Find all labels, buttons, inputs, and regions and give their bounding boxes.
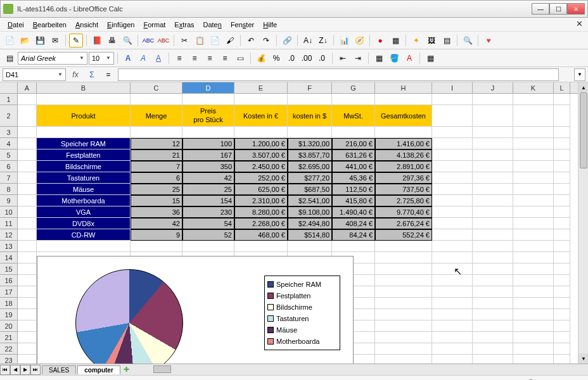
row-header[interactable]: 1 bbox=[0, 94, 18, 105]
menu-hilfe[interactable]: Hilfe bbox=[259, 19, 281, 30]
col-header-l[interactable]: L bbox=[554, 82, 570, 93]
sheet-tab-sales[interactable]: SALES bbox=[42, 365, 76, 374]
minimize-button[interactable]: ― bbox=[532, 3, 549, 15]
row-header[interactable]: 16 bbox=[0, 275, 18, 286]
sheet-tab-computer[interactable]: computer bbox=[77, 365, 120, 374]
cell-grid[interactable]: 1 2 Produkt Menge Preispro Stück Kosten … bbox=[0, 94, 588, 364]
col-header-j[interactable]: J bbox=[473, 82, 513, 93]
cell-product[interactable]: Bildschirme bbox=[37, 161, 131, 172]
cell-mwst[interactable]: 84,24 € bbox=[332, 229, 375, 241]
cell-menge[interactable]: 15 bbox=[131, 195, 182, 206]
row-header[interactable]: 17 bbox=[0, 286, 18, 298]
formula-expand-icon[interactable]: ▼ bbox=[574, 68, 585, 81]
cell-product[interactable]: VGA bbox=[37, 206, 131, 218]
col-header-a[interactable]: A bbox=[18, 82, 37, 93]
header-preis[interactable]: Preispro Stück bbox=[182, 105, 234, 127]
cell-kosten-d[interactable]: $2.494,80 bbox=[288, 218, 332, 229]
cell-menge[interactable]: 25 bbox=[131, 184, 182, 195]
cell-gesamt[interactable]: 2.676,24 € bbox=[375, 218, 432, 229]
align-center-icon[interactable]: ≡ bbox=[188, 51, 201, 65]
chart-icon[interactable]: 📊 bbox=[337, 34, 351, 48]
align-right-icon[interactable]: ≡ bbox=[203, 51, 217, 65]
row-header[interactable]: 7 bbox=[0, 172, 18, 184]
align-justify-icon[interactable]: ≡ bbox=[218, 51, 232, 65]
pdf-icon[interactable]: 📕 bbox=[90, 34, 104, 48]
row-header[interactable]: 9 bbox=[0, 195, 18, 206]
cell-kosten-e[interactable]: 468,00 € bbox=[234, 229, 288, 241]
hscroll-thumb[interactable] bbox=[153, 365, 171, 373]
add-sheet-icon[interactable]: ✚ bbox=[122, 365, 132, 375]
menu-datei[interactable]: Datei bbox=[4, 19, 28, 30]
row-header[interactable]: 10 bbox=[0, 206, 18, 218]
cell-gesamt[interactable]: 9.770,40 € bbox=[375, 206, 432, 218]
cell-kosten-d[interactable]: $3.857,70 bbox=[288, 149, 332, 161]
header-produkt[interactable]: Produkt bbox=[37, 105, 131, 127]
col-header-i[interactable]: I bbox=[432, 82, 473, 93]
cell-menge[interactable]: 36 bbox=[131, 206, 182, 218]
cell-gesamt[interactable]: 2.725,80 € bbox=[375, 195, 432, 206]
cell-gesamt[interactable]: 552,24 € bbox=[375, 229, 432, 241]
copy-icon[interactable]: 📋 bbox=[193, 34, 207, 48]
pie-chart[interactable]: Speicher RAMFestplattenBildschirmeTastat… bbox=[37, 256, 354, 364]
row-header[interactable]: 20 bbox=[0, 320, 18, 332]
borders-icon[interactable]: ▦ bbox=[372, 51, 386, 65]
cell-mwst[interactable]: 45,36 € bbox=[332, 172, 375, 184]
cell-kosten-d[interactable]: $2.695,00 bbox=[288, 161, 332, 172]
preview-icon[interactable]: 🔍 bbox=[120, 34, 134, 48]
autospell-icon[interactable]: ABC bbox=[157, 34, 170, 48]
underline-icon[interactable]: A bbox=[151, 51, 165, 65]
sum-icon[interactable]: Σ bbox=[85, 68, 99, 82]
close-button[interactable]: ✕ bbox=[567, 3, 585, 15]
new-doc-icon[interactable]: 📄 bbox=[3, 34, 16, 48]
cell-kosten-d[interactable]: $2.541,00 bbox=[288, 195, 332, 206]
datasrc-icon[interactable]: ▤ bbox=[440, 34, 454, 48]
row-header[interactable]: 23 bbox=[0, 355, 18, 364]
sort-asc-icon[interactable]: A↓ bbox=[301, 34, 315, 48]
col-header-d[interactable]: D bbox=[182, 82, 234, 93]
cell-gesamt[interactable]: 1.416,00 € bbox=[375, 138, 432, 149]
nav-icon[interactable]: 🧭 bbox=[352, 34, 366, 48]
cell-preis[interactable]: 42 bbox=[182, 172, 234, 184]
cell-kosten-d[interactable]: $1.320,00 bbox=[288, 138, 332, 149]
cell-product[interactable]: Speicher RAM bbox=[37, 138, 131, 149]
tab-last-icon[interactable]: ⏭ bbox=[30, 365, 41, 375]
cell-kosten-e[interactable]: 8.280,00 € bbox=[234, 206, 288, 218]
col-header-b[interactable]: B bbox=[37, 82, 131, 93]
menu-ansicht[interactable]: Ansicht bbox=[72, 19, 102, 30]
cell-mwst[interactable]: 631,26 € bbox=[332, 149, 375, 161]
bgcolor-icon[interactable]: 🪣 bbox=[387, 51, 401, 65]
cell-kosten-e[interactable]: 2.268,00 € bbox=[234, 218, 288, 229]
format-paint-icon[interactable]: 🖌 bbox=[223, 34, 237, 48]
email-icon[interactable]: ✉ bbox=[48, 34, 62, 48]
cell-kosten-e[interactable]: 2.450,00 € bbox=[234, 161, 288, 172]
cell-mwst[interactable]: 415,80 € bbox=[332, 195, 375, 206]
cell-kosten-e[interactable]: 252,00 € bbox=[234, 172, 288, 184]
cell-menge[interactable]: 7 bbox=[131, 161, 182, 172]
italic-icon[interactable]: A bbox=[136, 51, 150, 65]
bold-icon[interactable]: A bbox=[121, 51, 135, 65]
row-header[interactable]: 15 bbox=[0, 263, 18, 275]
row-header[interactable]: 3 bbox=[0, 127, 18, 138]
zoom-icon[interactable]: 🔍 bbox=[461, 34, 475, 48]
redo-icon[interactable]: ↷ bbox=[259, 34, 273, 48]
header-menge[interactable]: Menge bbox=[131, 105, 182, 127]
percent-icon[interactable]: % bbox=[269, 51, 283, 65]
row-header[interactable]: 21 bbox=[0, 332, 18, 343]
header-kosten-d[interactable]: kosten in $ bbox=[288, 105, 332, 127]
cell-mwst[interactable]: 441,00 € bbox=[332, 161, 375, 172]
row-header[interactable]: 4 bbox=[0, 138, 18, 149]
equals-icon[interactable]: = bbox=[101, 68, 115, 82]
cell-preis[interactable]: 350 bbox=[182, 161, 234, 172]
row-header[interactable]: 11 bbox=[0, 218, 18, 229]
cell-preis[interactable]: 230 bbox=[182, 206, 234, 218]
header-kosten-e[interactable]: Kosten in € bbox=[234, 105, 288, 127]
menu-daten[interactable]: Daten bbox=[200, 19, 226, 30]
cell-menge[interactable]: 6 bbox=[131, 172, 182, 184]
cell-mwst[interactable]: 408,24 € bbox=[332, 218, 375, 229]
fontcolor-icon[interactable]: A bbox=[402, 51, 416, 65]
star-icon[interactable]: ✦ bbox=[409, 34, 423, 48]
cell-product[interactable]: Festplatten bbox=[37, 149, 131, 161]
maximize-button[interactable]: ☐ bbox=[549, 3, 567, 15]
dec-del-icon[interactable]: .0 bbox=[315, 51, 329, 65]
fx-wizard-icon[interactable]: fx bbox=[68, 68, 82, 82]
